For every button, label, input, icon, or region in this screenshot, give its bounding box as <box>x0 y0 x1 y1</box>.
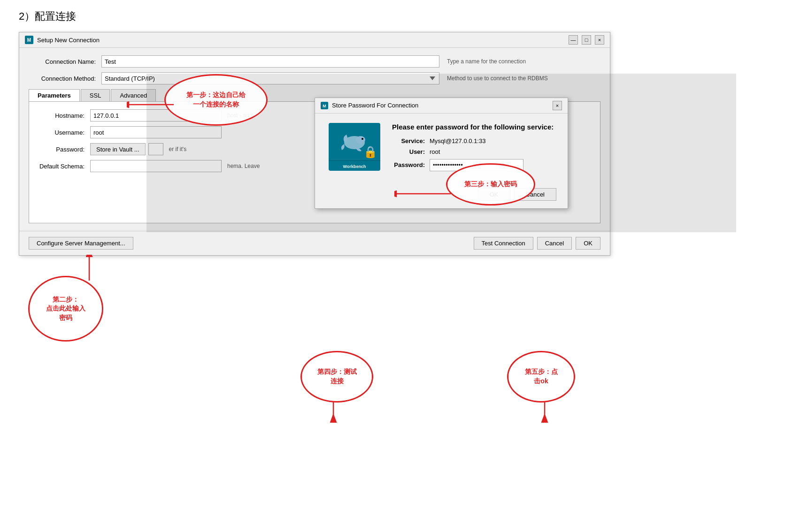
mysql-icon: M <box>25 36 33 44</box>
workbench-label: Workbench <box>343 164 366 169</box>
connection-method-label: Connection Method: <box>29 75 101 82</box>
tab-ssl[interactable]: SSL <box>81 89 110 101</box>
minimize-button[interactable]: — <box>569 35 578 45</box>
modal-service-row: Service: Mysql@127.0.0.1:33 <box>392 137 556 144</box>
modal-password-label: Password: <box>392 161 430 168</box>
connection-name-input[interactable] <box>101 55 439 68</box>
modal-service-value: Mysql@127.0.0.1:33 <box>430 137 485 144</box>
modal-content: 🔒 Workbench Please enter password for th… <box>315 114 568 184</box>
modal-title-text: Store Password For Connection <box>332 102 418 109</box>
modal-form-area: Please enter password for the following … <box>392 123 556 175</box>
username-label: Username: <box>38 129 90 136</box>
step4-arrow <box>319 402 347 425</box>
store-in-vault-button[interactable]: Store in Vault ... <box>90 143 146 155</box>
window-title-text: Setup New Connection <box>37 37 100 44</box>
configure-server-button[interactable]: Configure Server Management... <box>29 237 133 250</box>
connection-name-row: Connection Name: Type a name for the con… <box>29 55 600 68</box>
schema-label: Default Schema: <box>38 163 90 170</box>
step5-arrow <box>531 402 559 425</box>
test-connection-button[interactable]: Test Connection <box>474 237 533 250</box>
workbench-logo: 🔒 Workbench <box>329 123 380 175</box>
ok-button[interactable]: OK <box>576 237 600 250</box>
modal-heading: Please enter password for the following … <box>392 123 556 131</box>
bottom-right: Test Connection Cancel OK <box>474 237 601 250</box>
close-button[interactable]: × <box>595 35 604 45</box>
step2-arrow <box>70 255 108 283</box>
modal-password-row: Password: <box>392 159 556 171</box>
modal-titlebar: M Store Password For Connection × <box>315 98 568 114</box>
modal-close-button[interactable]: × <box>553 101 562 110</box>
bottom-bar: Configure Server Management... Test Conn… <box>19 231 610 255</box>
modal-buttons: OK Cancel <box>315 184 568 208</box>
window-titlebar: M Setup New Connection — □ × <box>19 32 610 48</box>
restore-button[interactable]: □ <box>582 35 591 45</box>
store-password-dialog: M Store Password For Connection × <box>315 98 568 209</box>
tab-content-area: Hostname: host - and Username: Password:… <box>29 101 600 223</box>
svg-point-5 <box>356 136 365 144</box>
page-title: 2）配置连接 <box>19 9 789 23</box>
window-content: Connection Name: Type a name for the con… <box>19 48 610 231</box>
window-controls: — □ × <box>569 35 604 45</box>
modal-logo-area: 🔒 Workbench <box>326 123 383 175</box>
modal-password-input[interactable] <box>430 159 523 171</box>
modal-user-label: User: <box>392 148 430 155</box>
svg-text:M: M <box>323 104 326 108</box>
svg-point-6 <box>362 138 363 140</box>
bottom-left: Configure Server Management... <box>29 237 133 250</box>
modal-user-value: root <box>430 148 440 155</box>
hostname-label: Hostname: <box>38 112 90 119</box>
tab-parameters[interactable]: Parameters <box>29 89 80 101</box>
modal-overlay: M Store Password For Connection × <box>146 74 736 232</box>
step4-annotation: 第四步：测试 连接 <box>300 351 373 403</box>
modal-cancel-button[interactable]: Cancel <box>514 188 556 201</box>
setup-new-connection-window: M Setup New Connection — □ × Connection … <box>19 32 610 256</box>
modal-mysql-icon: M <box>321 102 328 109</box>
modal-ok-button[interactable]: OK <box>478 188 510 201</box>
modal-service-label: Service: <box>392 137 430 144</box>
modal-user-row: User: root <box>392 148 556 155</box>
cancel-button[interactable]: Cancel <box>537 237 572 250</box>
step2-annotation: 第二步： 点击此处输入 密码 <box>28 276 103 342</box>
password-label: Password: <box>38 146 90 153</box>
connection-name-hint: Type a name for the connection <box>447 58 526 65</box>
svg-text:M: M <box>27 38 31 43</box>
step5-annotation: 第五步：点 击ok <box>507 351 575 403</box>
connection-name-label: Connection Name: <box>29 58 101 65</box>
